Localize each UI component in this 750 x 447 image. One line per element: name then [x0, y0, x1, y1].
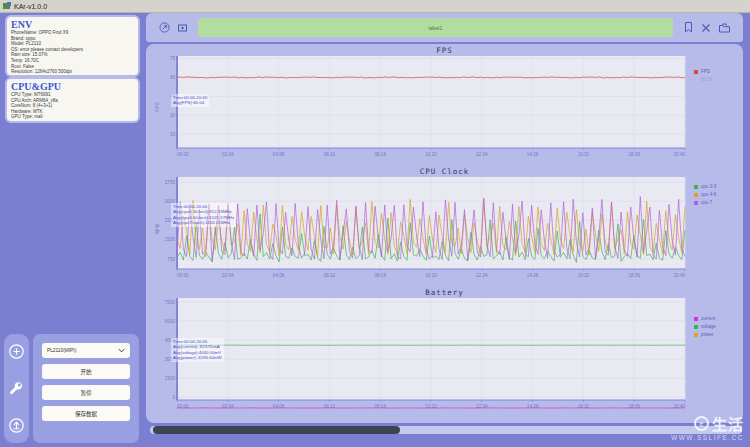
folder-icon: [719, 23, 730, 33]
current-swatch: [694, 317, 698, 321]
svg-text:02:04: 02:04: [222, 152, 234, 157]
pause-button[interactable]: 暂停: [42, 385, 130, 400]
cpu-legend: cpu 0-3 cpu 4-6 cpu 7: [687, 177, 737, 280]
svg-text:16:32: 16:32: [578, 273, 590, 278]
toolbar: label1: [146, 13, 743, 42]
scissors-icon: [701, 23, 711, 33]
env-title: ENV: [11, 19, 134, 30]
cpu0-3-swatch: [694, 185, 698, 189]
legend-item-voltage[interactable]: voltage: [694, 324, 737, 329]
battery-plot-area[interactable]: 01500300045006000750000:0002:0404:0806:1…: [161, 298, 687, 411]
svg-text:06:12: 06:12: [324, 273, 336, 278]
wrench-icon: [8, 380, 25, 397]
fps-swatch: [694, 70, 698, 74]
svg-text:1500: 1500: [165, 376, 176, 381]
svg-text:18:36: 18:36: [628, 152, 640, 157]
svg-text:16:32: 16:32: [578, 152, 590, 157]
locate-button[interactable]: [159, 22, 170, 33]
sidebar: [4, 334, 29, 443]
svg-text:20:40: 20:40: [674, 273, 686, 278]
fps-chart-title: FPS: [152, 46, 737, 56]
cpu-gpu-line: GPU Type: mali: [11, 114, 134, 120]
svg-text:12:24: 12:24: [476, 273, 488, 278]
svg-text:1500: 1500: [165, 237, 176, 242]
screenshot-button[interactable]: [178, 24, 187, 32]
cpu-clock-chart-title: CPU Clock: [152, 167, 737, 177]
plus-circle-icon: [8, 343, 25, 360]
svg-text:750: 750: [167, 257, 175, 262]
svg-text:15: 15: [170, 132, 176, 137]
watermark-text: 生活: [712, 413, 744, 434]
svg-text:30: 30: [170, 113, 176, 118]
horizontal-scrollbar[interactable]: [150, 426, 742, 434]
legend-item-cpu4-6[interactable]: cpu 4-6: [694, 192, 737, 197]
bookmark-icon: [684, 22, 693, 33]
svg-text:08:16: 08:16: [374, 152, 386, 157]
start-button[interactable]: 开始: [42, 364, 130, 379]
legend-item-cpu7[interactable]: cpu 7: [694, 200, 737, 205]
svg-text:3750: 3750: [165, 180, 176, 185]
battery-y-axis-label: [152, 298, 161, 411]
svg-text:14:28: 14:28: [527, 273, 539, 278]
fps-legend: FPS 60.07: [687, 56, 737, 159]
screenshot-icon: [178, 24, 187, 32]
power-swatch: [694, 333, 698, 337]
cpu-plot: 750150022503000375000:0002:0404:0806:120…: [161, 177, 687, 280]
window-title: KAr-v1.0.0: [14, 3, 47, 10]
battery-plot: 01500300045006000750000:0002:0404:0806:1…: [161, 298, 687, 411]
battery-chart: Battery 01500300045006000750000:0002:040…: [152, 288, 737, 411]
device-select-value: PL2110(MIPI): [47, 348, 76, 353]
legend-item-fps[interactable]: FPS: [694, 69, 737, 74]
svg-text:18:36: 18:36: [628, 273, 640, 278]
voltage-swatch: [694, 325, 698, 329]
charts-panel: FPS FPS 153045607500:0002:0404:0806:1208…: [146, 44, 743, 423]
cpu-gpu-panel: CPU&GPU CPU Type: MT6991 CPU Arch: ARM64…: [7, 79, 138, 121]
control-panel: PL2110(MIPI) 开始 暂停 保存数据: [33, 334, 139, 443]
watermark-logo-icon: e: [694, 416, 709, 431]
app-window: KAr-v1.0.0 ENV PhoneName: OPPO Find X9 B…: [0, 0, 750, 447]
svg-text:08:16: 08:16: [374, 273, 386, 278]
svg-text:02:04: 02:04: [222, 273, 234, 278]
cpu7-swatch: [694, 201, 698, 205]
locate-icon: [159, 22, 170, 33]
horizontal-scrollbar-thumb[interactable]: [153, 426, 400, 434]
legend-item-cpu0-3[interactable]: cpu 0-3: [694, 184, 737, 189]
bookmark-save-button[interactable]: [684, 22, 693, 33]
fps-y-axis-label: FPS: [152, 56, 161, 159]
svg-text:10:20: 10:20: [425, 273, 437, 278]
svg-text:00:00: 00:00: [177, 152, 189, 157]
cpu4-6-swatch: [694, 193, 698, 197]
chevron-down-icon: [118, 348, 125, 353]
fps-annotation: Time:00:04-20:40 Avg(FPS):60.04: [171, 94, 209, 107]
svg-text:06:12: 06:12: [324, 152, 336, 157]
upload-button[interactable]: [8, 417, 25, 434]
fps-chart: FPS FPS 153045607500:0002:0404:0806:1208…: [152, 46, 737, 159]
env-line: Resolution: 1264x2760 500dpi: [11, 69, 134, 75]
svg-text:10:20: 10:20: [425, 152, 437, 157]
battery-legend: current voltage power: [687, 298, 737, 411]
fps-plot-area[interactable]: 153045607500:0002:0404:0806:1208:1610:20…: [161, 56, 687, 159]
svg-text:75: 75: [170, 56, 176, 61]
cut-button[interactable]: [701, 23, 711, 33]
settings-button[interactable]: [8, 380, 25, 397]
cpu-plot-area[interactable]: 750150022503000375000:0002:0404:0806:120…: [161, 177, 687, 280]
battery-annotation: Time:00:04-20:40 Avg(current):-823.91mA …: [171, 338, 224, 362]
folder-button[interactable]: [719, 23, 730, 33]
fps-legend-value: 60.07: [701, 77, 737, 82]
svg-text:14:28: 14:28: [527, 152, 539, 157]
legend-item-power[interactable]: power: [694, 332, 737, 337]
svg-text:7500: 7500: [165, 300, 176, 305]
legend-item-current[interactable]: current: [694, 316, 737, 321]
device-select[interactable]: PL2110(MIPI): [42, 343, 130, 358]
label-input[interactable]: label1: [198, 18, 673, 37]
cpu-annotation: Time:00:04-20:40 Avg(cpu0-3/clock):812.3…: [171, 203, 236, 227]
save-data-button[interactable]: 保存数据: [42, 406, 130, 421]
add-button[interactable]: [8, 343, 25, 360]
cpu-y-axis-label: MHz: [152, 177, 161, 280]
app-icon: [3, 2, 11, 10]
svg-text:12:24: 12:24: [476, 152, 488, 157]
svg-text:60: 60: [170, 75, 176, 80]
svg-text:00:00: 00:00: [177, 273, 189, 278]
svg-text:04:08: 04:08: [273, 273, 285, 278]
svg-text:0: 0: [172, 395, 175, 400]
